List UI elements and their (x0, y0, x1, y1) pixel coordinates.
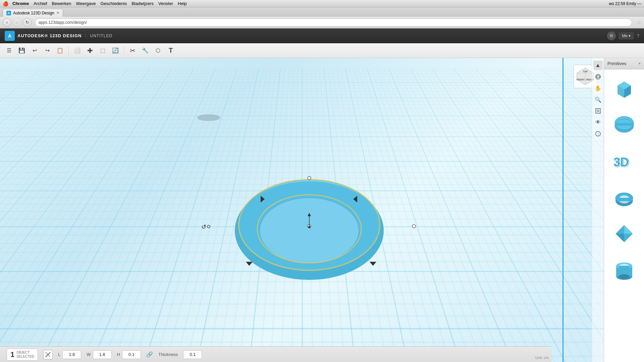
rotate-handle-dot[interactable] (207, 225, 210, 228)
tab-close-button[interactable]: ✕ (56, 11, 59, 15)
app-header-right: ⚙ Me ▾ ? (607, 32, 639, 40)
length-group: L (58, 350, 81, 359)
tab-title: Autodesk 123D Design (13, 11, 54, 15)
forward-button[interactable]: › (13, 18, 21, 27)
height-group: H (117, 350, 141, 359)
orbit-tool-button[interactable] (593, 72, 603, 81)
toolbar-separator-2 (124, 46, 124, 55)
undo-button[interactable]: ↩ (29, 45, 40, 56)
material-button[interactable] (593, 129, 603, 138)
clock-display: wo 22:59 Emily — (609, 1, 641, 6)
transform-button[interactable]: ✂ (127, 45, 138, 56)
l-label: L (58, 352, 60, 357)
svg-marker-32 (616, 234, 624, 242)
w-input[interactable] (93, 350, 112, 359)
modify-button[interactable]: ⬚ (97, 45, 108, 56)
primitives-expand[interactable]: ▾ (639, 61, 641, 66)
right-toolbar: ▲ ✋ 🔍 👁 (592, 58, 604, 362)
menu-bewerken[interactable]: Bewerken (52, 1, 71, 6)
viewport[interactable]: + ↺ TOP FRONT RIGHT ▲ (0, 58, 604, 362)
menu-venster[interactable]: Venster (158, 1, 173, 6)
text-button[interactable]: T (165, 45, 176, 56)
primitive-cup[interactable] (607, 253, 641, 287)
browser-chrome: A Autodesk 123D Design ✕ ‹ › ↻ apps.123d… (0, 7, 644, 28)
me-button[interactable]: Me ▾ (619, 32, 634, 40)
primitives-title: Primitives (607, 61, 626, 66)
menu-geschiedenis[interactable]: Geschiedenis (100, 1, 127, 6)
menu-archief[interactable]: Archief (34, 1, 47, 6)
svg-text:3D: 3D (614, 156, 630, 170)
snap-button[interactable] (43, 350, 53, 359)
primitive-sphere[interactable] (607, 108, 641, 142)
primitive-box[interactable] (607, 72, 641, 106)
copy-button[interactable]: 📋 (54, 45, 66, 56)
shadow-ellipse (197, 114, 220, 121)
reload-button[interactable]: ↻ (23, 18, 32, 27)
unit-label: Unit: cm (535, 356, 549, 360)
address-bar[interactable]: apps.123dapp.com/design/ (35, 18, 632, 26)
pattern-button[interactable]: ⬡ (152, 45, 164, 56)
tab-bar: A Autodesk 123D Design ✕ (0, 7, 644, 17)
primitive-text3d[interactable]: 3D 3D (607, 144, 641, 178)
zoom-fit-button[interactable] (593, 106, 603, 116)
help-button[interactable]: ? (637, 33, 639, 39)
pan-tool-button[interactable]: ✋ (593, 83, 603, 93)
primitives-list: 3D 3D (604, 69, 644, 362)
refresh-button[interactable]: 🔄 (110, 45, 121, 56)
menu-help[interactable]: Help (178, 1, 187, 6)
svg-rect-9 (597, 110, 599, 112)
tab-favicon: A (6, 11, 11, 15)
menu-bladwijzers[interactable]: Bladwijzers (131, 1, 154, 6)
thickness-input[interactable] (183, 350, 202, 359)
select-tool-button[interactable]: ▲ (593, 61, 603, 70)
selected-badge: 1 OBJECT SELECTED (7, 349, 38, 361)
back-button[interactable]: ‹ (3, 18, 11, 27)
primitive-diamond[interactable] (607, 217, 641, 250)
rotate-handle[interactable]: ↺ (201, 224, 206, 230)
menu-chrome[interactable]: Chrome (12, 1, 29, 6)
view-button[interactable]: 👁 (593, 118, 603, 127)
combine-button[interactable]: 🔧 (140, 45, 151, 56)
menu-toggle-button[interactable]: ☰ (3, 45, 15, 56)
svg-marker-31 (624, 225, 633, 234)
app-header: A AUTODESK® 123D DESIGN \ UNTITLED ⚙ Me … (0, 28, 644, 43)
apple-logo[interactable]: 🍎 (3, 1, 8, 6)
menu-weergave[interactable]: Weergave (76, 1, 96, 6)
viewport-svg: + ↺ (0, 58, 604, 362)
primitives-panel: Primitives ▾ (604, 58, 644, 362)
move-cross-icon[interactable]: + (308, 224, 311, 229)
h-input[interactable] (122, 350, 141, 359)
browser-toolbar: ‹ › ↻ apps.123dapp.com/design/ ☆ (0, 17, 644, 28)
selected-count: 1 (10, 350, 14, 359)
toolbar-separator-1 (68, 46, 69, 55)
primitives-header: Primitives ▾ (604, 58, 644, 69)
bookmark-button[interactable]: ☆ (637, 19, 641, 25)
handle-top[interactable] (308, 176, 311, 180)
handle-right[interactable] (412, 225, 416, 228)
construct-button[interactable]: ✚ (84, 45, 96, 56)
mac-menubar: 🍎 Chrome Archief Bewerken Weergave Gesch… (0, 0, 644, 7)
svg-point-7 (596, 74, 600, 79)
settings-button[interactable]: ⚙ (607, 32, 616, 40)
width-group: W (87, 350, 111, 359)
zoom-tool-button[interactable]: 🔍 (593, 95, 603, 104)
selected-label: OBJECT SELECTED (16, 351, 34, 359)
svg-rect-28 (620, 198, 629, 201)
l-input[interactable] (62, 350, 81, 359)
handle-bottom-left[interactable] (246, 262, 253, 266)
redo-button[interactable]: ↪ (42, 45, 53, 56)
link-icon[interactable]: 🔗 (146, 351, 153, 358)
primitive-oval-tube[interactable] (607, 181, 641, 214)
main-area: + ↺ TOP FRONT RIGHT ▲ (0, 58, 644, 362)
main-toolbar: ☰ 💾 ↩ ↪ 📋 ⬜ ✚ ⬚ 🔄 ✂ 🔧 ⬡ T (0, 43, 644, 58)
menubar-right: wo 22:59 Emily — (609, 1, 641, 6)
save-button[interactable]: 💾 (16, 45, 28, 56)
scroll-divider (562, 58, 564, 362)
handle-bottom-right[interactable] (370, 262, 376, 266)
sketch-button[interactable]: ⬜ (71, 45, 83, 56)
h-label: H (117, 352, 120, 357)
svg-text:FRONT: FRONT (577, 78, 585, 81)
browser-tab[interactable]: A Autodesk 123D Design ✕ (3, 9, 63, 17)
svg-point-38 (619, 274, 630, 279)
app-logo: A (5, 31, 15, 41)
